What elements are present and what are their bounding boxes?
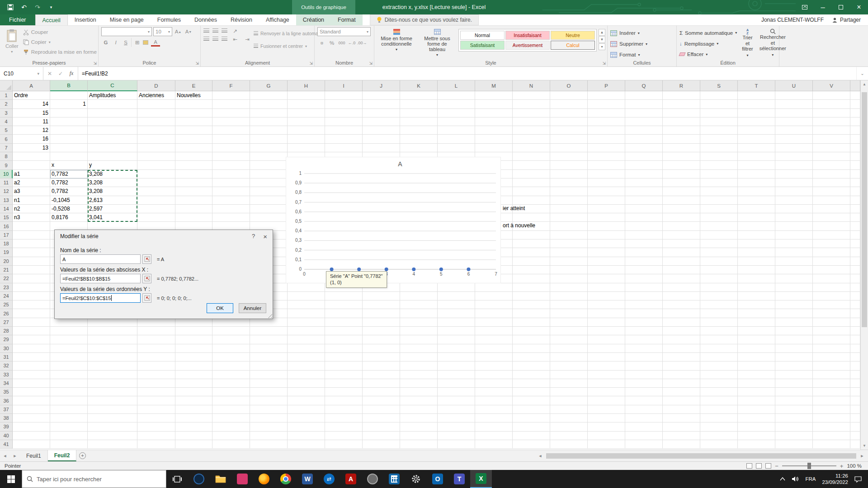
cell-G13[interactable] [250,196,288,205]
cell-N4[interactable] [513,117,550,126]
cell-J4[interactable] [363,117,400,126]
cell-N22[interactable] [513,274,550,283]
cell-extra[interactable] [850,257,860,266]
row-header-40[interactable]: 40 [0,432,13,440]
cell-P17[interactable] [588,231,625,239]
cell-E37[interactable] [175,405,212,414]
cell-U30[interactable] [775,344,813,353]
cell-S26[interactable] [700,309,738,318]
column-header-B[interactable]: B [50,80,88,91]
cell-N33[interactable] [513,371,550,379]
insert-cells-button[interactable]: Insérer▾ [610,28,675,38]
cell-extra[interactable] [850,432,860,440]
cell-T27[interactable] [738,318,775,327]
cell-N7[interactable] [513,144,550,152]
row-header-9[interactable]: 9 [0,161,13,169]
zoom-slider[interactable] [782,465,836,466]
scroll-left-icon[interactable]: ◄ [535,454,545,458]
cell-A41[interactable] [13,440,50,449]
cell-A36[interactable] [13,396,50,405]
cell-B40[interactable] [50,432,88,440]
cell-I39[interactable] [325,422,363,431]
cell-I31[interactable] [325,353,363,361]
cell-B39[interactable] [50,422,88,431]
cell-H40[interactable] [288,432,325,440]
cell-U20[interactable] [775,257,813,266]
cell-T35[interactable] [738,388,775,396]
cell-A8[interactable] [13,152,50,161]
cell-K29[interactable] [400,335,438,344]
cell-extra[interactable] [850,361,860,370]
cell-A13[interactable]: n1 [13,196,50,205]
cell-A2[interactable]: 14 [13,100,50,108]
cell-Q41[interactable] [625,440,663,449]
cell-T14[interactable] [738,205,775,213]
column-header-I[interactable]: I [325,80,363,91]
cell-J24[interactable] [363,292,400,300]
cell-Q29[interactable] [625,335,663,344]
percent-format-icon[interactable]: % [327,38,336,47]
cell-J35[interactable] [363,388,400,396]
cell-M30[interactable] [475,344,513,353]
cell-O30[interactable] [550,344,588,353]
cell-E13[interactable] [175,196,212,205]
cell-D30[interactable] [137,344,175,353]
cell-T33[interactable] [738,371,775,379]
cell-N38[interactable] [513,414,550,422]
cell-H5[interactable] [288,126,325,135]
cell-Q36[interactable] [625,396,663,405]
cell-C30[interactable] [88,344,137,353]
cell-M2[interactable] [475,100,513,108]
cell-G33[interactable] [250,371,288,379]
align-bottom-icon[interactable] [222,28,227,33]
cell-V35[interactable] [813,388,850,396]
cell-U34[interactable] [775,379,813,388]
cell-T38[interactable] [738,414,775,422]
cell-R37[interactable] [663,405,700,414]
cell-K28[interactable] [400,327,438,335]
cell-L3[interactable] [438,109,475,117]
help-icon[interactable]: ? [252,233,255,240]
cell-N30[interactable] [513,344,550,353]
cell-F15[interactable] [212,213,250,222]
cell-G34[interactable] [250,379,288,388]
cell-E38[interactable] [175,414,212,422]
cell-Q7[interactable] [625,144,663,152]
tab-affichage[interactable]: Affichage [259,14,296,25]
cell-B2[interactable]: 1 [50,100,88,108]
cell-S33[interactable] [700,371,738,379]
cell-A1[interactable]: Ordre [13,91,50,100]
row-header-5[interactable]: 5 [0,126,13,135]
cell-O28[interactable] [550,327,588,335]
cell-T23[interactable] [738,283,775,292]
save-icon[interactable] [5,2,16,13]
cell-M6[interactable] [475,135,513,143]
cell-K32[interactable] [400,361,438,370]
cell-N26[interactable] [513,309,550,318]
cell-A15[interactable]: n3 [13,213,50,222]
formula-input[interactable]: =Feuil1!B2 [78,67,856,80]
row-header-25[interactable]: 25 [0,300,13,309]
row-header-2[interactable]: 2 [0,100,13,108]
grey-app-icon[interactable] [362,470,383,488]
column-header-D[interactable]: D [137,80,175,91]
cell-K26[interactable] [400,309,438,318]
cell-extra[interactable] [850,213,860,222]
cell-extra[interactable] [850,405,860,414]
cell-E9[interactable] [175,161,212,169]
cell-G39[interactable] [250,422,288,431]
cell-extra[interactable] [850,91,860,100]
cell-extra[interactable] [850,300,860,309]
cell-P26[interactable] [588,309,625,318]
series-y-input[interactable]: =Feuil2!$C$10:$C$15 [60,293,141,303]
cell-T31[interactable] [738,353,775,361]
cell-K34[interactable] [400,379,438,388]
cell-L41[interactable] [438,440,475,449]
cell-R17[interactable] [663,231,700,239]
row-header-8[interactable]: 8 [0,152,13,161]
cell-I2[interactable] [325,100,363,108]
cell-B15[interactable]: 0,8176 [50,213,88,222]
cell-F38[interactable] [212,414,250,422]
row-header-37[interactable]: 37 [0,405,13,414]
cell-M39[interactable] [475,422,513,431]
